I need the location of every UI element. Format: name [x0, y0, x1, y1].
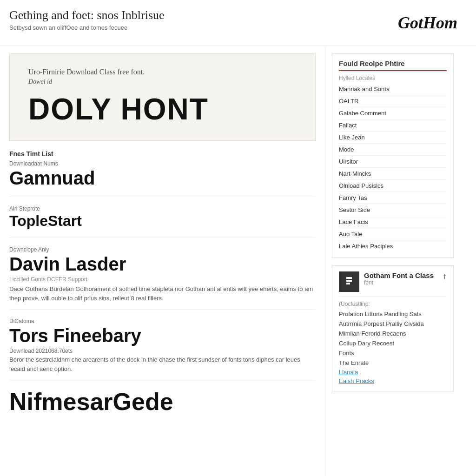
font-list-section-header: Fnes Timt List [9, 150, 316, 158]
list-item[interactable]: Galabe Comment [339, 107, 447, 119]
brand-title: GotHom [398, 13, 457, 33]
list-item[interactable]: Fallact [339, 119, 447, 132]
font-card-link-2[interactable]: Ealsh Pracks [339, 377, 447, 385]
list-item[interactable]: Like Jean [339, 132, 447, 144]
list-item[interactable]: Olnload Pusislcs [339, 180, 447, 192]
font-list-item: Alri Steprote TopleStart [9, 205, 316, 238]
font-card-header: Gotham Font a Class font ↑ [339, 271, 447, 292]
font-item-label: Alri Steprote [9, 205, 316, 212]
list-item[interactable]: Famry Tas [339, 192, 447, 204]
related-box: Fould Reolpe Phtire Hylled Locales Manri… [332, 53, 454, 258]
header: Gething and foet: snos Inblrisue Setbysd… [0, 0, 476, 46]
font-card-list-item: The Enrate [339, 358, 447, 368]
hero-banner: Uro-Firnirie Download Class free font. D… [9, 53, 316, 141]
font-item-desc: Dace Gothans Burdelan Gothorament of sot… [9, 284, 316, 303]
hero-main-text: DOLY HONT [28, 92, 297, 126]
font-list-item: Downclope Anly Davin Lasder Liccilled Go… [9, 246, 316, 310]
left-content: Uro-Firnirie Download Class free font. D… [0, 46, 325, 476]
font-list-item: NifmesarGede [9, 389, 316, 422]
list-item[interactable]: Nart-Mincks [339, 168, 447, 180]
list-item[interactable]: OALTR [339, 95, 447, 107]
font-card-list-item: Mimlian Ferorid Recaens [339, 329, 447, 338]
font-item-label: DiCatoma [9, 318, 316, 324]
font-card-box: Gotham Font a Class font ↑ (Uocfustlinp:… [332, 265, 454, 391]
font-card-list-item: Profation Littons Pandling Sats [339, 309, 447, 319]
font-item-name: TopleStart [9, 213, 316, 229]
list-item[interactable]: Sestor Side [339, 204, 447, 216]
sidebar-section-label: Hylled Locales [339, 75, 447, 81]
font-card-name: Gotham Font a Class [364, 271, 443, 279]
font-card-list-item: Autrrmia Porpest Pralliy Civsida [339, 319, 447, 329]
page-title: Gething and foet: snos Inblrisue [9, 8, 165, 22]
font-card-arrow-icon[interactable]: ↑ [443, 271, 447, 281]
page-wrapper: Gething and foet: snos Inblrisue Setbysd… [0, 0, 476, 476]
list-item[interactable]: Lace Facis [339, 216, 447, 228]
font-icon [344, 276, 355, 287]
font-item-desc: Boror the sestrcialdhm che arearents of … [9, 355, 316, 373]
right-sidebar: Fould Reolpe Phtire Hylled Locales Manri… [325, 46, 460, 476]
hero-italic: Dowel id [28, 78, 297, 86]
font-item-name: Tors Fineebary [9, 325, 316, 346]
sidebar-list: Manriak and Sonts OALTR Galabe Comment F… [339, 83, 447, 252]
font-card-list-item: Collup Dary Recoest [339, 338, 447, 348]
font-list-item: Downloadaat Nums Gamnuad [9, 160, 316, 197]
font-card-divider [339, 297, 447, 297]
font-item-date: Download 2021068.70ets [9, 348, 316, 354]
font-item-label: Downclope Anly [9, 246, 316, 253]
font-card-link-1[interactable]: Llansia [339, 368, 447, 377]
font-card-icon [339, 271, 359, 292]
main-layout: Uro-Firnirie Download Class free font. D… [0, 46, 476, 476]
font-item-label: Downloadaat Nums [9, 160, 316, 167]
font-item-name: Davin Lasder [9, 254, 316, 274]
list-item[interactable]: Lale Athies Paciples [339, 240, 447, 252]
related-box-title: Fould Reolpe Phtire [339, 60, 447, 71]
font-card-type: font [364, 279, 443, 286]
font-list-item: DiCatoma Tors Fineebary Download 2021068… [9, 318, 316, 380]
font-card-list-item: Fonts [339, 348, 447, 358]
font-item-support: Liccilled Gonts DCFER Support [9, 276, 316, 283]
list-item[interactable]: Mode [339, 144, 447, 156]
font-card-info: Gotham Font a Class font [364, 271, 443, 286]
font-item-name-xl: NifmesarGede [9, 389, 316, 415]
list-item[interactable]: Manriak and Sonts [339, 83, 447, 95]
list-item[interactable]: Auo Tale [339, 228, 447, 240]
hero-subtitle: Uro-Firnirie Download Class free font. [28, 68, 297, 76]
font-item-name: Gamnuad [9, 168, 316, 188]
list-item[interactable]: Uirsitor [339, 156, 447, 168]
font-card-section-label: (Uocfustlinp: [339, 301, 447, 307]
page-subtitle: Setbysd sown an oliffOee and tomes fecue… [9, 24, 165, 31]
